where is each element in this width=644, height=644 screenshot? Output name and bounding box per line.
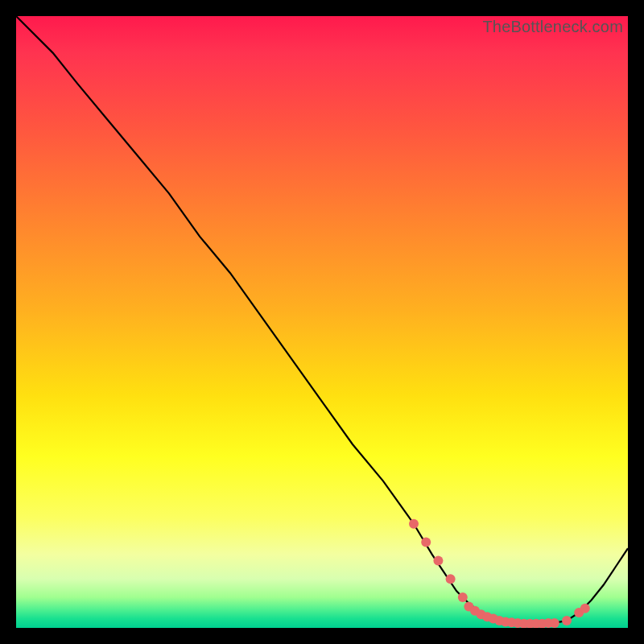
watermark-text: TheBottleneck.com xyxy=(482,18,623,36)
chart-frame: TheBottleneck.com xyxy=(16,16,628,628)
highlight-dot xyxy=(550,618,559,628)
highlight-dot xyxy=(433,555,443,565)
highlight-dot xyxy=(458,592,468,602)
bottleneck-curve xyxy=(16,16,628,624)
highlight-dot xyxy=(580,604,590,613)
highlight-dot xyxy=(421,538,431,547)
optimal-range-dots xyxy=(409,519,590,628)
plot-svg xyxy=(16,16,628,628)
highlight-dot xyxy=(446,574,456,584)
highlight-dot xyxy=(562,616,572,625)
highlight-dot xyxy=(409,519,419,529)
